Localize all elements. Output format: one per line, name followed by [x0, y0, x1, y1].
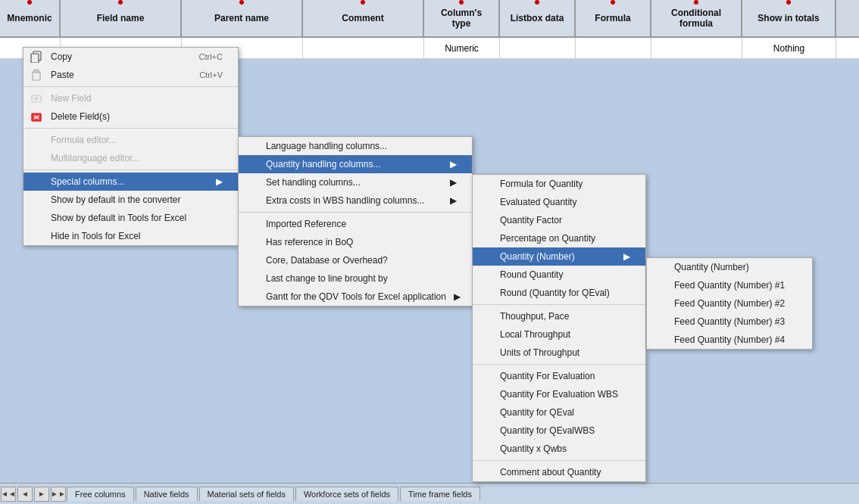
menu-showbydefaulttools[interactable]: Show by default in Tools for Excel: [23, 209, 238, 227]
menu-formulaeditor[interactable]: Formula editor...: [23, 131, 238, 149]
tab-timeframefields[interactable]: Time frame fields: [400, 487, 480, 501]
menu-feedqty2[interactable]: Feed Quantity (Number) #2: [647, 294, 812, 313]
svg-rect-2: [33, 72, 40, 80]
menu-percentageonqty[interactable]: Percentage on Quantity: [473, 229, 645, 247]
svg-rect-3: [34, 70, 39, 73]
context-menu-l1: Copy Ctrl+C Paste Ctrl+V New Field Delet…: [23, 47, 239, 246]
menu-hasref[interactable]: Has reference in BoQ: [239, 233, 472, 251]
cell-formula: [576, 38, 651, 58]
tab-freecolumns[interactable]: Free columns: [67, 487, 134, 501]
separator-1: [23, 86, 238, 87]
submenu-arrow-qtynumber: ▶: [623, 251, 630, 262]
menu-copy[interactable]: Copy Ctrl+C: [23, 48, 238, 66]
submenu-arrow-set: ▶: [450, 177, 457, 188]
menu-multilanguage[interactable]: Multilanguage editor...: [23, 149, 238, 167]
tab-workforcesets[interactable]: Workforce sets of fields: [295, 487, 398, 501]
newfield-icon: [30, 92, 43, 105]
menu-languagecols[interactable]: Language handling columns...: [239, 137, 472, 155]
menu-feedqty4[interactable]: Feed Quantity (Number) #4: [647, 331, 812, 349]
bottom-tabs: ◄◄ ◄ ► ►► Free columns Native fields Mat…: [0, 483, 859, 504]
menu-specialcols[interactable]: Special columns... ▶: [23, 173, 238, 191]
col-header-mnemonic: Mnemonic: [0, 0, 61, 36]
col-header-listbox: Listbox data: [500, 0, 576, 36]
menu-unitsofthroughput[interactable]: Units of Throughput: [473, 344, 645, 362]
menu-hideintools[interactable]: Hide in Tools for Excel: [23, 227, 238, 245]
menu-qtyforqevalwbs[interactable]: Quantity for QEvalWBS: [473, 422, 645, 440]
cell-condformula: [651, 38, 742, 58]
menu-lastchange[interactable]: Last change to line brought by: [239, 269, 472, 288]
menu-gantt[interactable]: Gantt for the QDV Tools for Excel applic…: [239, 288, 472, 306]
col-header-comment: Comment: [303, 0, 424, 36]
menu-deletefields[interactable]: Delete Field(s): [23, 107, 238, 126]
paste-icon: [30, 68, 43, 82]
menu-qtyforqeval[interactable]: Quantity for QEval: [473, 403, 645, 422]
cell-coltype: Numeric: [424, 38, 500, 58]
separator-l2-1: [239, 212, 472, 213]
separator-2: [23, 128, 238, 129]
context-menu-l2: Language handling columns... Quantity ha…: [238, 136, 473, 306]
menu-evaluatedqty[interactable]: Evaluated Quantity: [473, 193, 645, 211]
col-header-condformula: Conditional formula: [651, 0, 742, 36]
cell-showintotals: Nothing: [742, 38, 836, 58]
menu-qtynumber[interactable]: Quantity (Number) ▶: [473, 247, 645, 266]
tab-nav-prev[interactable]: ◄: [17, 487, 33, 502]
tab-nativefields[interactable]: Native fields: [136, 487, 198, 501]
table-header: Mnemonic Field name Parent name Comment …: [0, 0, 859, 38]
menu-throughputpace[interactable]: Thoughput, Pace: [473, 307, 645, 325]
menu-extracosts[interactable]: Extra costs in WBS handling columns... ▶: [239, 191, 472, 210]
submenu-arrow-extra: ▶: [450, 195, 457, 206]
menu-feedqty3[interactable]: Feed Quantity (Number) #3: [647, 313, 812, 331]
submenu-arrow-quantity: ▶: [450, 159, 457, 170]
context-menu-l4: Quantity (Number) Feed Quantity (Number)…: [646, 257, 813, 350]
col-header-coltype: Column's type: [424, 0, 500, 36]
tab-nav-last[interactable]: ►►: [51, 487, 66, 502]
cell-comment: [303, 38, 424, 58]
menu-paste[interactable]: Paste Ctrl+V: [23, 66, 238, 84]
menu-coredboverhead[interactable]: Core, Database or Overhead?: [239, 251, 472, 269]
cell-listbox: [500, 38, 576, 58]
copy-icon: [30, 50, 43, 64]
separator-l3-3: [473, 460, 645, 461]
menu-qtynumber-main[interactable]: Quantity (Number): [647, 258, 812, 276]
menu-qtyfactor[interactable]: Quantity Factor: [473, 211, 645, 229]
menu-localthroughput[interactable]: Local Throughput: [473, 325, 645, 344]
tab-materialsets[interactable]: Material sets of fields: [199, 487, 294, 501]
col-header-formula: Formula: [576, 0, 651, 36]
separator-l3-2: [473, 364, 645, 365]
menu-qtyxqwbs[interactable]: Quantity x Qwbs: [473, 440, 645, 458]
context-menu-l3: Formula for Quantity Evaluated Quantity …: [472, 174, 646, 482]
menu-showbydefaultconv[interactable]: Show by default in the converter: [23, 191, 238, 209]
separator-l3-1: [473, 304, 645, 305]
menu-quantitycols[interactable]: Quantity handling columns... ▶: [239, 155, 472, 173]
submenu-arrow-gantt: ▶: [454, 291, 461, 302]
menu-newfield[interactable]: New Field: [23, 89, 238, 107]
menu-roundqtyqeval[interactable]: Round (Quantity for QEval): [473, 284, 645, 302]
menu-qtyforeval[interactable]: Quantity For Evaluation: [473, 367, 645, 385]
separator-3: [23, 170, 238, 170]
menu-sethandling[interactable]: Set handling columns... ▶: [239, 173, 472, 191]
menu-formulaforqty[interactable]: Formula for Quantity: [473, 175, 645, 193]
submenu-arrow-special: ▶: [216, 176, 223, 187]
tab-nav-first[interactable]: ◄◄: [1, 487, 16, 502]
menu-feedqty1[interactable]: Feed Quantity (Number) #1: [647, 276, 812, 294]
col-header-showintotals: Show in totals: [742, 0, 836, 36]
delete-icon: [30, 110, 43, 123]
menu-importedref[interactable]: Imported Reference: [239, 215, 472, 233]
menu-commentaboutqty[interactable]: Comment about Quantity: [473, 463, 645, 481]
tab-nav-next[interactable]: ►: [34, 487, 49, 502]
menu-qtyforevalwbs[interactable]: Quantity For Evaluation WBS: [473, 385, 645, 403]
menu-roundqty[interactable]: Round Quantity: [473, 266, 645, 284]
col-header-parentname: Parent name: [182, 0, 303, 36]
col-header-fieldname: Field name: [61, 0, 182, 36]
svg-rect-1: [31, 54, 39, 63]
